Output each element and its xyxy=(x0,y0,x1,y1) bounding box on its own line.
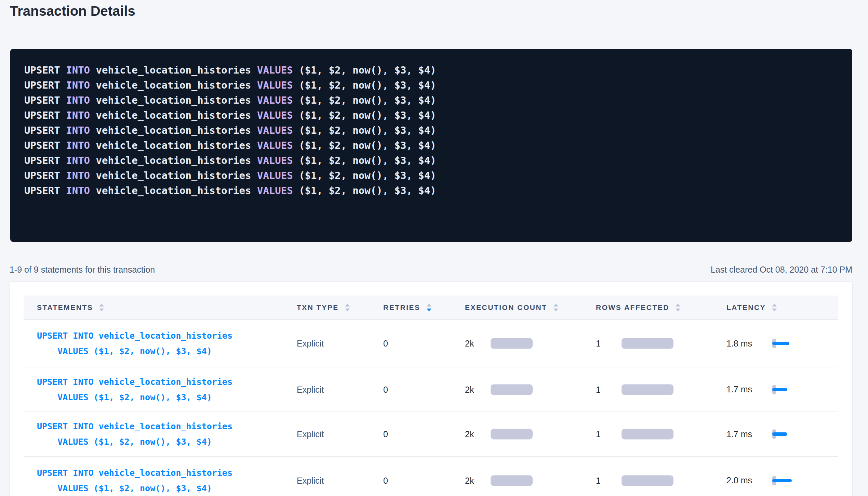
sort-icon xyxy=(345,304,350,311)
latency-cell: 1.7 ms xyxy=(726,428,796,440)
column-header-statements[interactable]: STATEMENTS xyxy=(37,303,104,312)
sort-desc-icon xyxy=(427,309,431,311)
column-label: EXECUTION COUNT xyxy=(465,303,547,312)
sort-icon xyxy=(99,304,104,311)
latency-bar xyxy=(772,342,789,345)
latency-cell: 1.7 ms xyxy=(726,383,796,396)
execution-count-value: 2k xyxy=(465,475,480,485)
rows-affected-value: 1 xyxy=(596,339,611,349)
statement-text-line2: VALUES ($1, $2, now(), $3, $4) xyxy=(57,434,212,449)
column-label: LATENCY xyxy=(726,303,766,312)
sql-statement-line: UPSERT INTO vehicle_location_histories V… xyxy=(24,168,852,183)
rows-affected-cell: 1 xyxy=(596,384,673,395)
sql-statement-line: UPSERT INTO vehicle_location_histories V… xyxy=(24,153,852,168)
execution-count-bar xyxy=(491,475,533,486)
statements-table-header: STATEMENTS TXN TYPE RETRIES EXECUTION CO… xyxy=(24,296,838,320)
statement-link[interactable]: UPSERT INTO vehicle_location_histories V… xyxy=(37,328,232,359)
sql-statement-line: UPSERT INTO vehicle_location_histories V… xyxy=(24,78,852,93)
sort-desc-icon xyxy=(553,309,558,311)
latency-value: 1.7 ms xyxy=(726,384,757,394)
sort-desc-icon xyxy=(345,309,350,311)
statement-text-line2: VALUES ($1, $2, now(), $3, $4) xyxy=(57,343,212,359)
execution-count-cell: 2k xyxy=(465,338,533,349)
column-header-rows-affected[interactable]: ROWS AFFECTED xyxy=(596,303,680,312)
execution-count-cell: 2k xyxy=(465,384,533,395)
sort-asc-icon xyxy=(99,304,104,306)
statement-text-line1: UPSERT INTO vehicle_location_histories xyxy=(37,419,232,434)
column-header-execution-count[interactable]: EXECUTION COUNT xyxy=(465,303,558,312)
statement-text-line1: UPSERT INTO vehicle_location_histories xyxy=(37,328,232,343)
statement-link[interactable]: UPSERT INTO vehicle_location_histories V… xyxy=(37,465,232,496)
sql-statement-line: UPSERT INTO vehicle_location_histories V… xyxy=(24,93,852,108)
column-label: RETRIES xyxy=(383,303,420,312)
sort-asc-icon xyxy=(772,304,777,306)
txn-type-value: Explicit xyxy=(297,475,324,485)
retries-value: 0 xyxy=(383,429,388,439)
latency-bar xyxy=(772,432,787,436)
statements-table-card: STATEMENTS TXN TYPE RETRIES EXECUTION CO… xyxy=(10,282,852,496)
sql-statement-line: UPSERT INTO vehicle_location_histories V… xyxy=(24,123,852,138)
execution-count-bar xyxy=(491,338,533,349)
txn-type-value: Explicit xyxy=(297,339,324,349)
sort-desc-icon xyxy=(99,309,104,311)
latency-value: 1.8 ms xyxy=(726,339,757,349)
rows-affected-cell: 1 xyxy=(596,475,673,486)
transaction-sql-box: UPSERT INTO vehicle_location_histories V… xyxy=(10,49,852,242)
rows-affected-cell: 1 xyxy=(596,429,673,440)
rows-affected-bar xyxy=(622,429,673,440)
sort-asc-icon xyxy=(345,304,350,306)
sort-asc-icon xyxy=(676,304,680,306)
sort-icon xyxy=(553,304,558,311)
execution-count-bar xyxy=(491,429,533,440)
page-title: Transaction Details xyxy=(10,3,135,19)
txn-type-value: Explicit xyxy=(297,429,324,439)
sort-icon xyxy=(427,304,431,311)
latency-value: 2.0 ms xyxy=(726,475,757,485)
sort-icon xyxy=(772,304,777,311)
latency-value: 1.7 ms xyxy=(726,429,757,439)
statement-text-line2: VALUES ($1, $2, now(), $3, $4) xyxy=(57,481,212,496)
sql-statement-lines: UPSERT INTO vehicle_location_histories V… xyxy=(24,63,852,198)
sql-statement-line: UPSERT INTO vehicle_location_histories V… xyxy=(24,183,852,198)
table-row: UPSERT INTO vehicle_location_histories V… xyxy=(24,457,838,496)
statement-link[interactable]: UPSERT INTO vehicle_location_histories V… xyxy=(37,374,232,405)
table-row: UPSERT INTO vehicle_location_histories V… xyxy=(24,367,838,412)
retries-value: 0 xyxy=(383,384,388,394)
column-header-retries[interactable]: RETRIES xyxy=(383,303,431,312)
sort-desc-icon xyxy=(772,309,777,311)
latency-cell: 1.8 ms xyxy=(726,337,796,350)
txn-type-value: Explicit xyxy=(297,384,324,394)
rows-affected-cell: 1 xyxy=(596,338,673,349)
sql-statement-line: UPSERT INTO vehicle_location_histories V… xyxy=(24,63,852,78)
latency-cell: 2.0 ms xyxy=(726,474,796,487)
statement-link[interactable]: UPSERT INTO vehicle_location_histories V… xyxy=(37,419,232,449)
execution-count-value: 2k xyxy=(465,339,480,349)
statements-count-summary: 1-9 of 9 statements for this transaction xyxy=(10,264,155,275)
latency-bar-chart xyxy=(772,428,796,440)
execution-count-cell: 2k xyxy=(465,475,533,486)
statement-text-line2: VALUES ($1, $2, now(), $3, $4) xyxy=(57,390,212,405)
execution-count-bar xyxy=(491,384,533,395)
latency-bar xyxy=(772,479,792,482)
column-header-latency[interactable]: LATENCY xyxy=(726,303,777,312)
sort-asc-icon xyxy=(427,304,431,306)
table-row: UPSERT INTO vehicle_location_histories V… xyxy=(24,412,838,457)
rows-affected-bar xyxy=(622,338,673,349)
column-header-txn-type[interactable]: TXN TYPE xyxy=(297,303,350,312)
statement-text-line1: UPSERT INTO vehicle_location_histories xyxy=(37,374,232,390)
column-label: STATEMENTS xyxy=(37,303,93,312)
execution-count-value: 2k xyxy=(465,429,480,439)
table-summary-row: 1-9 of 9 statements for this transaction… xyxy=(10,264,852,275)
rows-affected-bar xyxy=(622,384,673,395)
sort-desc-icon xyxy=(676,309,680,311)
sql-statement-line: UPSERT INTO vehicle_location_histories V… xyxy=(24,108,852,123)
latency-bar xyxy=(772,388,787,391)
sql-statement-line: UPSERT INTO vehicle_location_histories V… xyxy=(24,138,852,153)
sort-asc-icon xyxy=(553,304,558,306)
rows-affected-value: 1 xyxy=(596,475,611,485)
execution-count-value: 2k xyxy=(465,384,480,394)
retries-value: 0 xyxy=(383,475,388,485)
latency-bar-chart xyxy=(772,474,796,487)
rows-affected-bar xyxy=(622,475,673,486)
statement-text-line1: UPSERT INTO vehicle_location_histories xyxy=(37,465,232,481)
